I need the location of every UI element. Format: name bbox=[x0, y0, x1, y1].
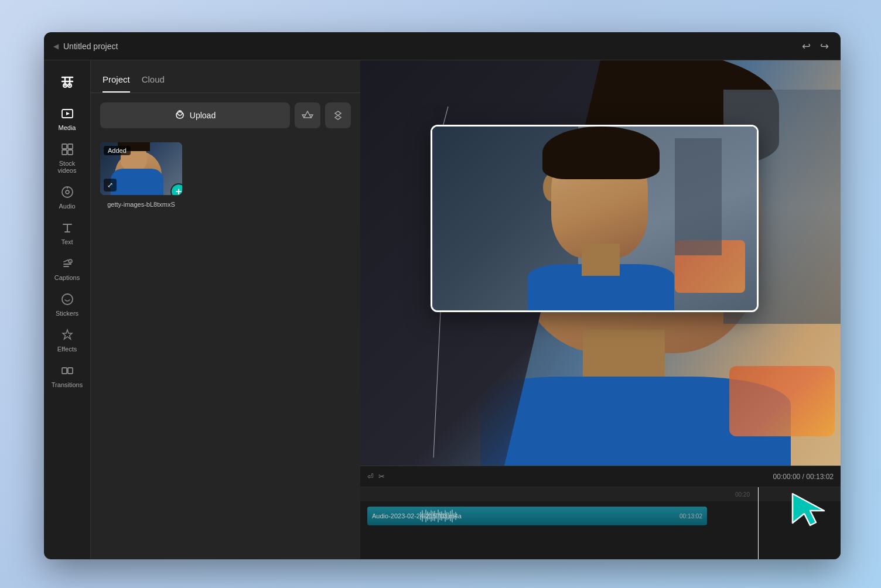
svg-rect-6 bbox=[62, 150, 67, 155]
sidebar-item-effects[interactable]: Effects bbox=[47, 324, 87, 357]
media-grid: Added ⤢ + getty-images-bL8txmxS bbox=[91, 138, 360, 213]
redo-button[interactable]: ↪ bbox=[818, 37, 831, 55]
svg-point-9 bbox=[66, 190, 69, 194]
svg-rect-4 bbox=[62, 144, 67, 149]
app-logo bbox=[56, 70, 79, 93]
added-badge: Added bbox=[104, 146, 131, 155]
sidebar-item-media[interactable]: Media bbox=[47, 102, 87, 136]
dropbox-icon bbox=[332, 110, 344, 121]
preview-neck bbox=[582, 244, 620, 276]
stickers-icon bbox=[61, 293, 74, 307]
sidebar-item-media-label: Media bbox=[59, 124, 76, 131]
preview-person bbox=[534, 127, 686, 310]
media-item[interactable]: Added ⤢ + getty-images-bL8txmxS bbox=[100, 142, 182, 208]
sidebar-item-stock-videos[interactable]: Stock videos bbox=[47, 138, 87, 179]
timeline-header: ⏎ ✂ 00:00:00 / 00:13:02 bbox=[360, 466, 841, 487]
media-filename: getty-images-bL8txmxS bbox=[100, 201, 182, 208]
sidebar-item-captions[interactable]: A Captions bbox=[47, 252, 87, 286]
media-icon bbox=[61, 107, 74, 122]
google-drive-icon bbox=[302, 110, 313, 121]
timeline-playhead bbox=[758, 487, 759, 559]
sidebar: Media Stock videos bbox=[44, 60, 91, 559]
sidebar-item-transitions[interactable]: Transitions bbox=[47, 360, 87, 393]
sidebar-item-text-label: Text bbox=[61, 238, 73, 245]
sidebar-item-audio-label: Audio bbox=[59, 203, 75, 210]
transitions-icon bbox=[61, 364, 74, 379]
dropbox-button[interactable] bbox=[325, 102, 351, 128]
app-container: ◀ Untitled project ↩ ↪ bbox=[44, 32, 841, 559]
preview-window bbox=[431, 125, 759, 312]
upload-label: Upload bbox=[190, 111, 216, 120]
svg-rect-16 bbox=[68, 368, 73, 374]
sidebar-item-stickers-label: Stickers bbox=[56, 310, 78, 317]
undo-button[interactable]: ↩ bbox=[800, 37, 813, 55]
svg-rect-15 bbox=[62, 368, 67, 374]
tab-cloud[interactable]: Cloud bbox=[142, 70, 165, 93]
cursor-arrow bbox=[788, 489, 829, 530]
preview-hair bbox=[542, 127, 660, 179]
tab-project[interactable]: Project bbox=[103, 70, 130, 93]
scissors-icon: ✂ bbox=[378, 472, 385, 481]
timeline-icon: ⏎ bbox=[367, 472, 374, 481]
audio-clip-name: Audio-2023-02-24-215703.m4a bbox=[372, 512, 462, 519]
sidebar-item-stock-videos-label: Stock videos bbox=[51, 160, 84, 174]
top-bar: ◀ Untitled project ↩ ↪ bbox=[44, 32, 841, 60]
timeline-tracks: Audio-2023-02-24-215703.m4a bbox=[360, 501, 841, 531]
stock-videos-icon bbox=[61, 143, 74, 158]
upload-icon bbox=[175, 110, 185, 121]
sidebar-item-audio[interactable]: Audio bbox=[47, 181, 87, 214]
audio-icon bbox=[61, 186, 74, 200]
timeline-timecode: 00:00:00 / 00:13:02 bbox=[773, 473, 834, 481]
audio-clip-duration: 00:13:02 bbox=[679, 513, 702, 519]
sidebar-item-transitions-label: Transitions bbox=[52, 381, 83, 388]
timeline-track-area[interactable]: 00:20 Audio-2023-02-24-215703.m4a bbox=[360, 487, 841, 559]
project-title: Untitled project bbox=[63, 42, 118, 51]
google-drive-button[interactable] bbox=[295, 102, 320, 128]
svg-marker-21 bbox=[793, 494, 824, 525]
svg-marker-3 bbox=[66, 112, 70, 115]
preview-gym-photo bbox=[432, 127, 757, 310]
media-thumbnail: Added ⤢ + bbox=[100, 142, 182, 195]
text-icon bbox=[61, 221, 74, 236]
sidebar-item-text[interactable]: Text bbox=[47, 217, 87, 250]
audio-clip[interactable]: Audio-2023-02-24-215703.m4a bbox=[367, 507, 707, 525]
timeline-track-audio: Audio-2023-02-24-215703.m4a bbox=[367, 505, 834, 527]
sidebar-item-captions-label: Captions bbox=[54, 274, 80, 281]
effects-icon bbox=[61, 329, 74, 343]
cursor-svg bbox=[788, 489, 829, 530]
breadcrumb-icon: ◀ bbox=[53, 42, 59, 50]
svg-rect-7 bbox=[68, 150, 73, 155]
media-panel: Project Cloud Upload bbox=[91, 60, 360, 559]
bg-gym-weights bbox=[729, 366, 835, 436]
svg-rect-5 bbox=[68, 144, 73, 149]
top-bar-actions: ↩ ↪ bbox=[800, 37, 831, 55]
timeline-ruler: 00:20 bbox=[360, 487, 841, 501]
svg-point-14 bbox=[62, 294, 73, 305]
captions-icon: A bbox=[61, 257, 74, 272]
thumb-shirt bbox=[111, 169, 163, 195]
upload-button[interactable]: Upload bbox=[100, 102, 290, 128]
sidebar-item-effects-label: Effects bbox=[57, 346, 77, 353]
preview-area: ⏎ ✂ 00:00:00 / 00:13:02 00:20 bbox=[360, 60, 841, 559]
ruler-mark-20: 00:20 bbox=[735, 491, 750, 498]
main-content: Media Stock videos bbox=[44, 60, 841, 559]
panel-toolbar: Upload bbox=[91, 93, 360, 138]
panel-tabs: Project Cloud bbox=[91, 60, 360, 93]
sidebar-item-stickers[interactable]: Stickers bbox=[47, 288, 87, 322]
timeline-area: ⏎ ✂ 00:00:00 / 00:13:02 00:20 bbox=[360, 466, 841, 559]
expand-icon: ⤢ bbox=[104, 179, 117, 192]
